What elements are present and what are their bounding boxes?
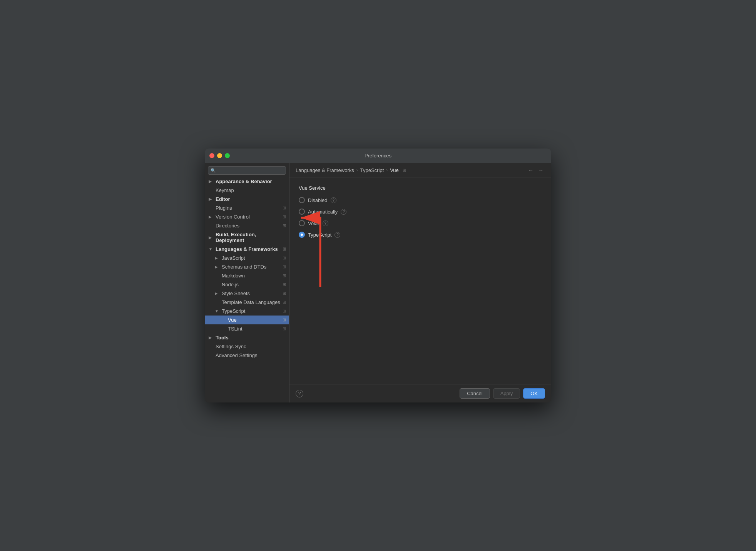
breadcrumb-typescript[interactable]: TypeScript <box>360 167 384 173</box>
sidebar-item-label: Keymap <box>216 187 234 193</box>
settings-icon: ⊞ <box>283 214 286 219</box>
sidebar-item-keymap[interactable]: Keymap <box>205 186 289 195</box>
help-icon-volar[interactable]: ? <box>323 220 328 226</box>
settings-icon: ⊞ <box>283 291 286 296</box>
radio-item-disabled[interactable]: Disabled ? <box>299 197 542 203</box>
help-icon-disabled[interactable]: ? <box>331 197 336 203</box>
radio-item-volar[interactable]: Volar ? <box>299 220 542 226</box>
breadcrumb-nav: ← → <box>527 166 545 174</box>
settings-icon: ⊞ <box>283 205 286 210</box>
sidebar-item-build[interactable]: ▶ Build, Execution, Deployment <box>205 230 289 245</box>
sidebar-item-label: Schemas and DTDs <box>222 264 266 270</box>
radio-item-typescript[interactable]: TypeScript ? <box>299 232 542 238</box>
breadcrumb-back-button[interactable]: ← <box>527 166 535 174</box>
chevron-right-icon: ▶ <box>209 215 213 219</box>
window-title: Preferences <box>365 153 391 159</box>
sidebar-item-label: JavaScript <box>222 255 245 261</box>
maximize-button[interactable] <box>225 153 230 158</box>
help-icon-typescript[interactable]: ? <box>335 232 340 238</box>
chevron-right-icon: ▶ <box>209 197 213 201</box>
radio-label-automatically: Automatically <box>308 209 338 215</box>
sidebar-item-label: Directories <box>216 223 239 229</box>
breadcrumb-settings-icon[interactable]: ⊞ <box>403 168 406 173</box>
ok-button[interactable]: OK <box>523 388 545 399</box>
sidebar-item-settings-sync[interactable]: Settings Sync <box>205 342 289 351</box>
radio-disabled[interactable] <box>299 197 305 203</box>
sidebar-item-label: Build, Execution, Deployment <box>216 232 286 243</box>
radio-label-typescript: TypeScript <box>308 232 331 238</box>
close-button[interactable] <box>209 153 214 158</box>
sidebar-nav: ▶ Appearance & Behavior Keymap ▶ Editor … <box>205 177 289 402</box>
sidebar-item-javascript[interactable]: ▶ JavaScript ⊞ <box>205 254 289 262</box>
sidebar-item-label: Vue <box>228 317 237 323</box>
sidebar-item-version-control[interactable]: ▶ Version Control ⊞ <box>205 212 289 221</box>
sidebar-item-label: Languages & Frameworks <box>216 246 278 252</box>
radio-automatically[interactable] <box>299 209 305 215</box>
sidebar-item-stylesheets[interactable]: ▶ Style Sheets ⊞ <box>205 289 289 298</box>
sidebar-item-typescript[interactable]: ▼ TypeScript ⊞ <box>205 307 289 316</box>
radio-volar[interactable] <box>299 220 305 226</box>
sidebar-item-label: Advanced Settings <box>216 352 257 358</box>
sidebar-item-schemas[interactable]: ▶ Schemas and DTDs ⊞ <box>205 262 289 271</box>
apply-button[interactable]: Apply <box>493 388 520 399</box>
sidebar-item-advanced-settings[interactable]: Advanced Settings <box>205 351 289 360</box>
radio-item-automatically[interactable]: Automatically ? <box>299 209 542 215</box>
section-title: Vue Service <box>299 185 542 191</box>
settings-icon: ⊞ <box>283 300 286 305</box>
sidebar-item-label: Version Control <box>216 214 250 220</box>
settings-icon: ⊞ <box>283 326 286 331</box>
radio-typescript[interactable] <box>299 232 305 238</box>
settings-icon: ⊞ <box>283 317 286 322</box>
help-icon-automatically[interactable]: ? <box>341 209 346 215</box>
settings-icon: ⊞ <box>283 264 286 269</box>
bottom-bar: ? Cancel Apply OK <box>289 384 551 402</box>
sidebar-item-appearance[interactable]: ▶ Appearance & Behavior <box>205 177 289 186</box>
sidebar-item-label: Plugins <box>216 205 232 211</box>
breadcrumb-sep-1: › <box>356 167 358 173</box>
sidebar-item-editor[interactable]: ▶ Editor <box>205 195 289 204</box>
chevron-down-icon: ▼ <box>209 247 213 251</box>
sidebar-item-markdown[interactable]: Markdown ⊞ <box>205 271 289 280</box>
radio-label-disabled: Disabled <box>308 197 328 203</box>
sidebar-item-languages[interactable]: ▼ Languages & Frameworks ⊞ <box>205 245 289 254</box>
chevron-right-icon: ▶ <box>215 256 219 260</box>
breadcrumb: Languages & Frameworks › TypeScript › Vu… <box>289 163 551 177</box>
help-button[interactable]: ? <box>296 390 303 397</box>
sidebar-item-label: Editor <box>216 196 230 202</box>
bottom-left: ? <box>296 390 303 397</box>
sidebar-item-plugins[interactable]: Plugins ⊞ <box>205 204 289 212</box>
sidebar-item-tslint[interactable]: TSLint ⊞ <box>205 324 289 333</box>
sidebar-item-directories[interactable]: Directories ⊞ <box>205 221 289 230</box>
radio-label-volar: Volar <box>308 220 319 226</box>
main-layout: 🔍 ▶ Appearance & Behavior Keymap ▶ Edit <box>205 163 551 402</box>
sidebar-item-template-data[interactable]: Template Data Languages ⊞ <box>205 298 289 307</box>
chevron-right-icon: ▶ <box>209 336 213 340</box>
breadcrumb-sep-2: › <box>386 167 388 173</box>
search-box[interactable]: 🔍 <box>208 166 286 175</box>
settings-icon: ⊞ <box>283 282 286 287</box>
sidebar-item-nodejs[interactable]: Node.js ⊞ <box>205 280 289 289</box>
radio-group: Disabled ? Automatically ? Volar ? <box>299 197 542 238</box>
settings-icon: ⊞ <box>283 273 286 278</box>
minimize-button[interactable] <box>217 153 222 158</box>
sidebar-item-label: Appearance & Behavior <box>216 179 272 184</box>
breadcrumb-vue[interactable]: Vue <box>390 167 399 173</box>
search-input[interactable] <box>217 168 283 173</box>
sidebar-item-label: Settings Sync <box>216 344 246 349</box>
sidebar-item-label: TSLint <box>228 326 243 332</box>
sidebar-item-label: Markdown <box>222 273 245 279</box>
sidebar: 🔍 ▶ Appearance & Behavior Keymap ▶ Edit <box>205 163 289 402</box>
breadcrumb-languages[interactable]: Languages & Frameworks <box>296 167 354 173</box>
sidebar-item-label: Tools <box>216 335 229 341</box>
traffic-lights <box>209 153 230 158</box>
cancel-button[interactable]: Cancel <box>460 388 490 399</box>
breadcrumb-forward-button[interactable]: → <box>537 166 545 174</box>
chevron-right-icon: ▶ <box>209 235 213 240</box>
sidebar-item-vue[interactable]: Vue ⊞ <box>205 316 289 324</box>
chevron-right-icon: ▶ <box>209 179 213 184</box>
sidebar-item-tools[interactable]: ▶ Tools <box>205 333 289 342</box>
preferences-window: Preferences 🔍 ▶ Appearance & Behavior Ke… <box>205 149 551 402</box>
chevron-down-icon: ▼ <box>215 309 219 313</box>
settings-icon: ⊞ <box>283 247 286 252</box>
content-area: Languages & Frameworks › TypeScript › Vu… <box>289 163 551 402</box>
